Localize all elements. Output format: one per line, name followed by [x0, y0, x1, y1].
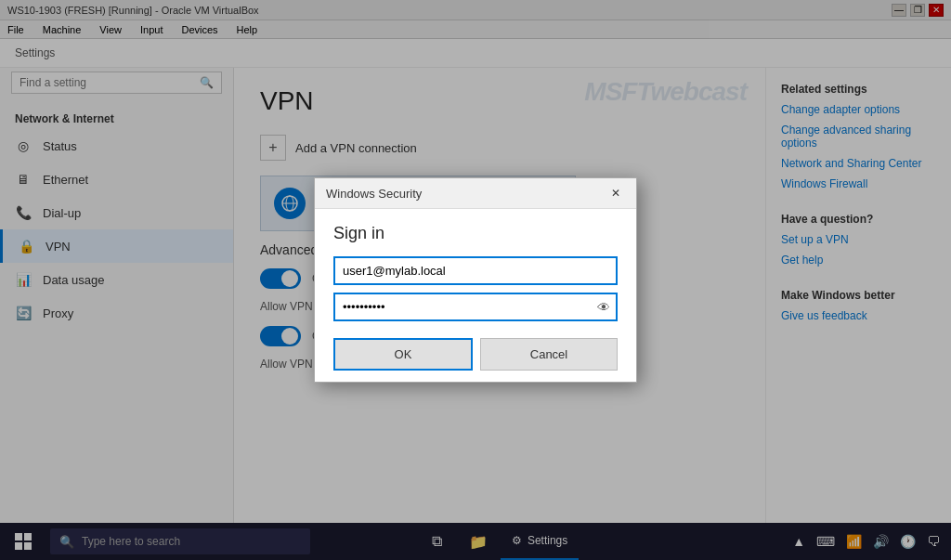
dialog-titlebar: Windows Security ✕ — [315, 178, 636, 209]
dialog-overlay: Windows Security ✕ Sign in 👁 OK Cancel — [0, 0, 951, 560]
dialog-ok-button[interactable]: OK — [333, 338, 473, 371]
dialog-title: Windows Security — [326, 187, 422, 201]
windows-security-dialog: Windows Security ✕ Sign in 👁 OK Cancel — [314, 177, 637, 383]
dialog-close-button[interactable]: ✕ — [606, 184, 625, 202]
dialog-subtitle: Sign in — [333, 224, 618, 243]
password-row: 👁 — [333, 293, 618, 321]
show-password-icon[interactable]: 👁 — [597, 300, 610, 315]
dialog-buttons: OK Cancel — [333, 334, 618, 371]
dialog-body: Sign in 👁 OK Cancel — [315, 209, 636, 382]
username-input[interactable] — [333, 256, 618, 285]
password-input[interactable] — [333, 293, 618, 321]
dialog-cancel-button[interactable]: Cancel — [480, 338, 618, 371]
